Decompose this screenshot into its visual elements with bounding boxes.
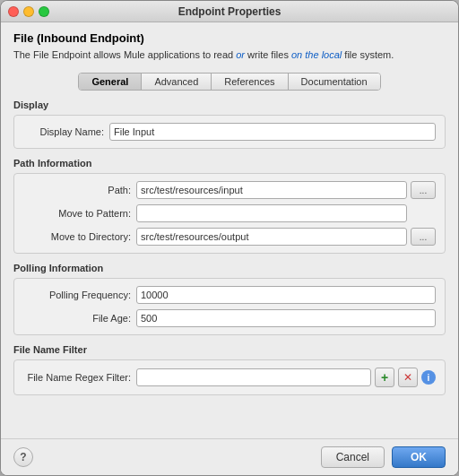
- tab-general[interactable]: General: [79, 74, 142, 90]
- display-section-title: Display: [13, 100, 446, 110]
- filter-row: File Name Regex Filter: + i: [23, 368, 436, 387]
- polling-section-box: Polling Frequency: File Age:: [13, 278, 446, 335]
- polling-frequency-row: Polling Frequency:: [23, 286, 436, 304]
- filter-input[interactable]: [136, 368, 371, 386]
- move-to-directory-row: Move to Directory: ...: [23, 228, 436, 246]
- content-area: Display Display Name: Path Information P…: [1, 91, 458, 438]
- tab-documentation[interactable]: Documentation: [289, 74, 380, 90]
- tabs-container: General Advanced References Documentatio…: [1, 67, 458, 91]
- path-browse-button[interactable]: ...: [411, 181, 436, 199]
- path-section-box: Path: ... Move to Pattern: Move to Direc…: [13, 173, 446, 254]
- desc-em-1: or: [236, 49, 245, 60]
- desc-text-2: write files: [245, 49, 291, 60]
- move-to-directory-input[interactable]: [136, 228, 407, 246]
- display-name-row: Display Name:: [23, 123, 436, 141]
- window-title: Endpoint Properties: [178, 5, 281, 18]
- polling-frequency-input[interactable]: [136, 286, 436, 304]
- polling-section: Polling Information Polling Frequency: F…: [13, 263, 446, 335]
- move-to-pattern-label: Move to Pattern:: [23, 208, 131, 219]
- move-to-pattern-row: Move to Pattern:: [23, 204, 436, 222]
- path-label: Path:: [23, 185, 131, 195]
- move-to-directory-browse-button[interactable]: ...: [411, 228, 436, 246]
- filter-label: File Name Regex Filter:: [23, 372, 131, 383]
- header: File (Inbound Endpoint) The File Endpoin…: [1, 22, 458, 67]
- path-section: Path Information Path: ... Move to Patte…: [13, 158, 446, 254]
- desc-em-2: on the local: [291, 49, 342, 60]
- filter-section-box: File Name Regex Filter: + i: [13, 359, 446, 395]
- move-to-directory-label: Move to Directory:: [23, 231, 131, 242]
- move-to-pattern-input[interactable]: [136, 204, 407, 222]
- desc-text-3: file system.: [342, 49, 394, 60]
- minimize-button[interactable]: [23, 6, 34, 17]
- footer-buttons: Cancel OK: [321, 446, 446, 468]
- ok-button[interactable]: OK: [392, 446, 446, 468]
- header-title: File (Inbound Endpoint): [13, 31, 446, 45]
- tabs: General Advanced References Documentatio…: [78, 73, 380, 91]
- path-row: Path: ...: [23, 181, 436, 199]
- cancel-button[interactable]: Cancel: [321, 446, 385, 468]
- polling-frequency-label: Polling Frequency:: [23, 290, 131, 300]
- display-section: Display Display Name:: [13, 100, 446, 149]
- file-age-row: File Age:: [23, 309, 436, 327]
- display-section-box: Display Name:: [13, 115, 446, 149]
- file-age-label: File Age:: [23, 313, 131, 324]
- help-button[interactable]: ?: [13, 447, 33, 467]
- filter-add-button[interactable]: +: [375, 368, 394, 387]
- path-section-title: Path Information: [13, 158, 446, 169]
- footer: ? Cancel OK: [1, 438, 458, 475]
- filter-remove-button[interactable]: [398, 368, 418, 387]
- traffic-lights: [8, 6, 49, 17]
- file-age-input[interactable]: [136, 309, 436, 327]
- display-name-input[interactable]: [109, 123, 436, 141]
- filter-section: File Name Filter File Name Regex Filter:…: [13, 344, 446, 395]
- close-button[interactable]: [8, 6, 19, 17]
- info-icon: i: [421, 370, 436, 385]
- desc-text-1: The File Endpoint allows Mule applicatio…: [13, 49, 236, 60]
- polling-section-title: Polling Information: [13, 263, 446, 273]
- tab-references[interactable]: References: [212, 74, 288, 90]
- window: Endpoint Properties File (Inbound Endpoi…: [0, 0, 459, 476]
- tab-advanced[interactable]: Advanced: [142, 74, 212, 90]
- path-input[interactable]: [136, 181, 407, 199]
- header-description: The File Endpoint allows Mule applicatio…: [13, 48, 446, 62]
- maximize-button[interactable]: [39, 6, 49, 17]
- title-bar: Endpoint Properties: [1, 1, 458, 22]
- display-name-label: Display Name:: [23, 126, 104, 137]
- filter-section-title: File Name Filter: [13, 344, 446, 355]
